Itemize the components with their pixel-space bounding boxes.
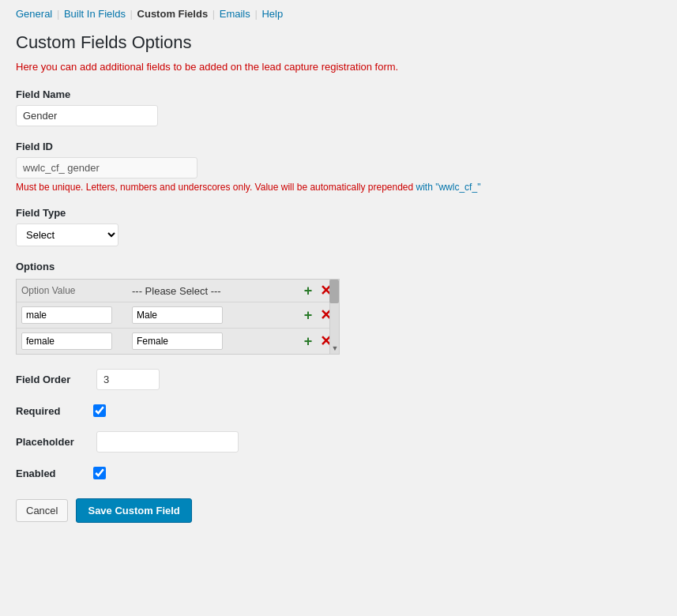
add-option-button-2[interactable]: +: [302, 334, 315, 348]
field-id-input[interactable]: [16, 157, 197, 178]
placeholder-input[interactable]: [96, 431, 239, 453]
options-table: Option Value --- Please Select --- + ✕: [17, 280, 339, 354]
nav-general[interactable]: General: [16, 8, 52, 20]
field-type-row: Field Type Text Select Radio Checkbox Te…: [16, 207, 661, 246]
field-id-hint: Must be unique. Letters, numbers and und…: [16, 182, 661, 193]
options-label: Options: [16, 261, 661, 272]
placeholder-row: Placeholder: [16, 431, 661, 453]
nav-emails[interactable]: Emails: [220, 8, 250, 20]
options-row-placeholder: Option Value --- Please Select --- + ✕: [17, 280, 339, 302]
options-scrollbar[interactable]: ▲ ▼: [329, 280, 339, 354]
button-row: Cancel Save Custom Field: [16, 498, 661, 523]
option-label-input-1[interactable]: [132, 306, 223, 324]
field-type-select[interactable]: Text Select Radio Checkbox Textarea: [16, 223, 118, 246]
options-section: Options Option Value --: [16, 261, 661, 355]
field-name-input[interactable]: [16, 105, 158, 126]
options-row-female: + ✕: [17, 329, 339, 355]
hint-blue: with "wwlc_cf_": [416, 182, 481, 193]
page-title: Custom Fields Options: [16, 32, 661, 53]
add-option-button-0[interactable]: +: [302, 284, 315, 298]
enabled-label: Enabled: [16, 468, 87, 479]
options-row-male: + ✕: [17, 302, 339, 329]
options-container: Option Value --- Please Select --- + ✕: [16, 279, 340, 355]
sep-1: |: [57, 8, 62, 20]
nav-built-in-fields[interactable]: Built In Fields: [64, 8, 126, 20]
sep-4: |: [254, 8, 260, 20]
option-label-placeholder: --- Please Select ---: [132, 285, 221, 297]
field-type-label: Field Type: [16, 207, 661, 219]
placeholder-label: Placeholder: [16, 436, 87, 448]
enabled-row: Enabled: [16, 467, 661, 479]
option-value-header: Option Value: [21, 285, 76, 296]
sep-2: |: [130, 8, 136, 20]
option-value-input-1[interactable]: [21, 306, 112, 324]
page-description: Here you can add additional fields to be…: [16, 61, 661, 73]
enabled-checkbox[interactable]: [93, 467, 106, 479]
required-checkbox[interactable]: [93, 404, 106, 417]
field-order-input[interactable]: [96, 369, 160, 390]
scrollbar-thumb[interactable]: [329, 280, 339, 303]
field-order-label: Field Order: [16, 374, 87, 385]
option-label-input-2[interactable]: [132, 332, 223, 350]
field-id-row: Field ID Must be unique. Letters, number…: [16, 141, 661, 193]
cancel-button[interactable]: Cancel: [16, 499, 68, 522]
field-name-label: Field Name: [16, 88, 661, 100]
option-value-input-2[interactable]: [21, 332, 112, 350]
field-name-row: Field Name: [16, 88, 661, 126]
save-button[interactable]: Save Custom Field: [76, 498, 191, 523]
sep-3: |: [213, 8, 218, 20]
nav-links: General | Built In Fields | Custom Field…: [16, 8, 661, 20]
nav-custom-fields[interactable]: Custom Fields: [137, 8, 209, 20]
scrollbar-down[interactable]: ▼: [330, 343, 340, 354]
required-row: Required: [16, 404, 661, 417]
field-id-label: Field ID: [16, 141, 661, 152]
nav-help[interactable]: Help: [261, 8, 283, 20]
add-option-button-1[interactable]: +: [302, 308, 315, 322]
field-order-row: Field Order: [16, 369, 661, 390]
required-label: Required: [16, 405, 87, 417]
page-wrap: General | Built In Fields | Custom Field…: [0, 0, 677, 616]
